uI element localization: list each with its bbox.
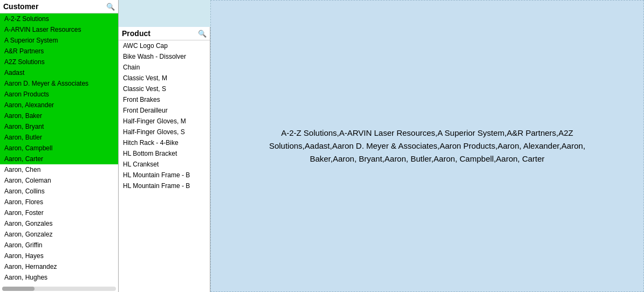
main-content-text: A-2-Z Solutions,A-ARVIN Laser Resources,… [238,116,616,176]
customer-list-item[interactable]: Aaron, Collins [0,186,118,197]
customer-list-item[interactable]: Aaron, Flores [0,197,118,207]
customer-list-item[interactable]: Aaron, Hughes [0,272,118,283]
product-list-item[interactable]: Half-Finger Gloves, M [119,116,210,127]
customer-list-item[interactable]: A2Z Solutions [0,57,118,67]
product-list-item[interactable]: Chain [119,62,210,73]
main-content-area: A-2-Z Solutions,A-ARVIN Laser Resources,… [210,0,644,292]
product-list-item[interactable]: Classic Vest, M [119,73,210,84]
customer-list-item[interactable]: Aaron, Chen [0,164,118,175]
product-list-item[interactable]: AWC Logo Cap [119,40,210,51]
customer-list-item[interactable]: Aaron, Campbell [0,143,118,154]
customer-scrollbar[interactable] [2,287,116,291]
customer-list-item[interactable]: Aaron, Carter [0,154,118,164]
product-slicer: Product 🔍 AWC Logo CapBike Wash - Dissol… [119,27,210,292]
customer-slicer-list: A-2-Z SolutionsA-ARVIN Laser ResourcesA … [0,13,118,286]
customer-list-item[interactable]: Aaron Products [0,89,118,100]
customer-list-item[interactable]: A-ARVIN Laser Resources [0,24,118,35]
customer-list-item[interactable]: A Superior System [0,35,118,46]
customer-slicer-title: Customer [3,2,38,11]
product-list-item[interactable]: Front Brakes [119,94,210,105]
customer-scrollbar-thumb [2,287,35,291]
product-list-item[interactable]: Front Derailleur [119,105,210,116]
product-list-item[interactable]: Hitch Rack - 4-Bike [119,137,210,148]
product-list-item[interactable]: Half-Finger Gloves, S [119,127,210,137]
customer-list-item[interactable]: Aaron, Gonzales [0,218,118,229]
customer-list-item[interactable]: Aaron, Bryant [0,121,118,132]
customer-list-item[interactable]: Aaron, Hernandez [0,261,118,272]
customer-list-item[interactable]: Aaron, Foster [0,207,118,218]
product-list-item[interactable]: HL Mountain Frame - B [119,180,210,191]
customer-list-item[interactable]: Aaron, Butler [0,132,118,143]
product-list-item[interactable]: Bike Wash - Dissolver [119,51,210,62]
product-list-item[interactable]: HL Bottom Bracket [119,148,210,159]
customer-list-item[interactable]: Aaron, Hayes [0,251,118,261]
product-slicer-list: AWC Logo CapBike Wash - DissolverChainCl… [119,40,210,292]
product-list-item[interactable]: HL Mountain Frame - B [119,170,210,180]
product-slicer-header: Product 🔍 [119,27,210,40]
customer-list-item[interactable]: Aaron, Baker [0,110,118,121]
customer-list-item[interactable]: Aaron, Griffin [0,240,118,251]
product-list-item[interactable]: Classic Vest, S [119,84,210,94]
customer-list-item[interactable]: Aadast [0,67,118,78]
customer-list-item[interactable]: A-2-Z Solutions [0,13,118,24]
customer-slicer: Customer 🔍 A-2-Z SolutionsA-ARVIN Laser … [0,0,119,292]
product-slicer-title: Product [122,29,150,38]
customer-list-item[interactable]: A&R Partners [0,46,118,57]
customer-list-item[interactable]: Aaron, Coleman [0,175,118,186]
customer-list-item[interactable]: Aaron D. Meyer & Associates [0,78,118,89]
product-search-icon[interactable]: 🔍 [198,30,207,38]
customer-list-item[interactable]: Aaron, Gonzalez [0,229,118,240]
customer-list-item[interactable]: Aaron, Alexander [0,100,118,110]
customer-slicer-header: Customer 🔍 [0,0,118,13]
product-list-item[interactable]: HL Crankset [119,159,210,170]
customer-search-icon[interactable]: 🔍 [106,3,115,11]
